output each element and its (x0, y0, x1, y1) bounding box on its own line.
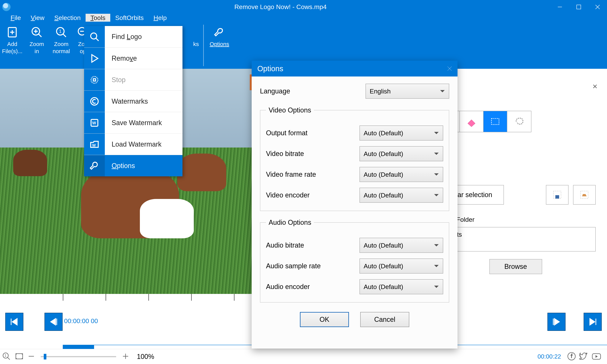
destination-path[interactable]: Results (436, 227, 596, 251)
close-button[interactable] (588, 0, 607, 14)
video-framerate-select[interactable]: Auto (Default) (359, 167, 443, 182)
menu-stop: Stop (84, 69, 183, 91)
svg-line-8 (39, 34, 41, 37)
facebook-icon[interactable] (567, 352, 576, 361)
video-options-group: Video Options Output formatAuto (Default… (260, 106, 449, 211)
menu-save-watermark[interactable]: W Save Watermark (84, 112, 183, 133)
svg-rect-33 (93, 79, 96, 81)
menubar: File View Selection Tools SoftOrbits Hel… (0, 14, 607, 22)
toolbar-separator (203, 25, 204, 66)
audio-encoder-select[interactable]: Auto (Default) (359, 279, 443, 294)
play-icon (84, 48, 105, 69)
svg-rect-27 (555, 195, 559, 199)
menu-help[interactable]: Help (148, 14, 172, 22)
duration: 00:00:22 (537, 353, 561, 360)
tool-marquee[interactable] (484, 111, 507, 132)
menu-selection[interactable]: Selection (49, 14, 86, 22)
output-format-select[interactable]: Auto (Default) (359, 126, 443, 141)
fit-screen-icon[interactable] (15, 352, 24, 362)
tool-lasso[interactable] (507, 111, 531, 132)
load-selection-button[interactable] (573, 185, 596, 205)
svg-rect-43 (16, 354, 23, 359)
dialog-title: Options (257, 65, 283, 73)
zoom-in-icon (25, 24, 49, 40)
audio-encoder-label: Audio encoder (266, 283, 359, 291)
browse-button[interactable]: Browse (489, 259, 542, 274)
cancel-button[interactable]: Cancel (360, 312, 409, 327)
skip-start-button[interactable] (5, 313, 23, 331)
ok-button[interactable]: OK (300, 312, 349, 327)
menu-find-logo[interactable]: Find Logo (84, 26, 183, 48)
stop-icon (84, 69, 105, 91)
output-format-label: Output format (266, 129, 359, 137)
svg-rect-1 (577, 5, 581, 9)
toolbar-watermarks-partial[interactable]: ks (190, 23, 202, 48)
menu-tools[interactable]: Tools (86, 14, 110, 22)
svg-text:1: 1 (59, 29, 61, 34)
svg-marker-19 (51, 319, 56, 325)
save-selection-button[interactable] (546, 185, 568, 205)
preview-content (81, 167, 179, 238)
svg-marker-31 (92, 55, 98, 62)
zoom-in-status[interactable] (122, 352, 129, 361)
dialog-close-button[interactable] (442, 61, 458, 77)
timecode: 00:00:00 00 (64, 317, 98, 325)
tools-dropdown: Find Logo Remove Stop Watermarks W Save … (84, 26, 183, 176)
menu-remove[interactable]: Remove (84, 48, 183, 69)
language-select[interactable]: English (366, 84, 449, 99)
svg-text:W: W (92, 143, 96, 147)
step-back-button[interactable] (44, 313, 63, 331)
wrench-icon (84, 155, 105, 176)
menu-view[interactable]: View (26, 14, 49, 22)
toolbar-options[interactable]: Options (205, 23, 234, 48)
titlebar: Remove Logo Now! - Cows.mp4 (0, 0, 607, 14)
svg-point-29 (91, 33, 97, 39)
audio-samplerate-select[interactable]: Auto (Default) (359, 259, 443, 273)
statusbar: 1 100% 00:00:22 (0, 349, 607, 364)
menu-softorbits[interactable]: SoftOrbits (110, 14, 148, 22)
video-bitrate-select[interactable]: Auto (Default) (359, 146, 443, 161)
zoom-status-icon[interactable]: 1 (2, 352, 11, 362)
wrench-icon (205, 24, 234, 40)
toolbar-add-files[interactable]: AddFile(s)... (0, 23, 25, 55)
audio-bitrate-select[interactable]: Auto (Default) (359, 238, 443, 253)
zoom-percent: 100% (137, 353, 154, 361)
twitter-icon[interactable] (579, 352, 588, 361)
load-watermark-icon: W (84, 134, 105, 155)
toolbar-zoom-normal[interactable]: 1 Zoomnormal (49, 23, 74, 55)
copyright-icon (84, 91, 105, 112)
youtube-icon[interactable] (592, 352, 601, 361)
svg-marker-23 (590, 319, 595, 325)
minimize-button[interactable] (551, 0, 569, 14)
panel-title-partial: move (436, 80, 596, 90)
audio-bitrate-label: Audio bitrate (266, 241, 359, 249)
svg-marker-21 (554, 319, 559, 325)
video-encoder-select[interactable]: Auto (Default) (359, 188, 443, 203)
options-dialog: Options Language English Video Options O… (252, 61, 458, 349)
zoom-slider-thumb[interactable] (44, 354, 46, 360)
menu-load-watermark[interactable]: W Load Watermark (84, 133, 183, 155)
panel-close-button[interactable]: ✕ (592, 83, 598, 90)
dialog-titlebar[interactable]: Options (252, 61, 458, 77)
maximize-button[interactable] (569, 0, 588, 14)
svg-rect-25 (491, 118, 499, 125)
step-forward-button[interactable] (547, 313, 566, 331)
menu-watermarks[interactable]: Watermarks (84, 91, 183, 112)
tool-eraser[interactable] (460, 111, 484, 132)
zoom-slider[interactable] (41, 356, 116, 357)
skip-end-button[interactable] (584, 313, 602, 331)
svg-point-32 (91, 77, 98, 83)
svg-marker-18 (12, 319, 17, 325)
toolbar-zoom-in[interactable]: Zoomin (25, 23, 49, 55)
svg-line-30 (96, 38, 99, 41)
search-icon (84, 26, 105, 48)
svg-line-41 (8, 357, 10, 360)
svg-line-12 (63, 34, 66, 37)
menu-file[interactable]: File (6, 14, 26, 22)
window-title: Remove Logo Now! - Cows.mp4 (11, 3, 551, 11)
audio-samplerate-label: Audio sample rate (266, 262, 359, 270)
zoom-out-status[interactable] (27, 352, 35, 361)
menu-options[interactable]: Options (84, 155, 183, 176)
add-file-icon (0, 24, 25, 40)
audio-options-group: Audio Options Audio bitrateAuto (Default… (260, 219, 449, 303)
